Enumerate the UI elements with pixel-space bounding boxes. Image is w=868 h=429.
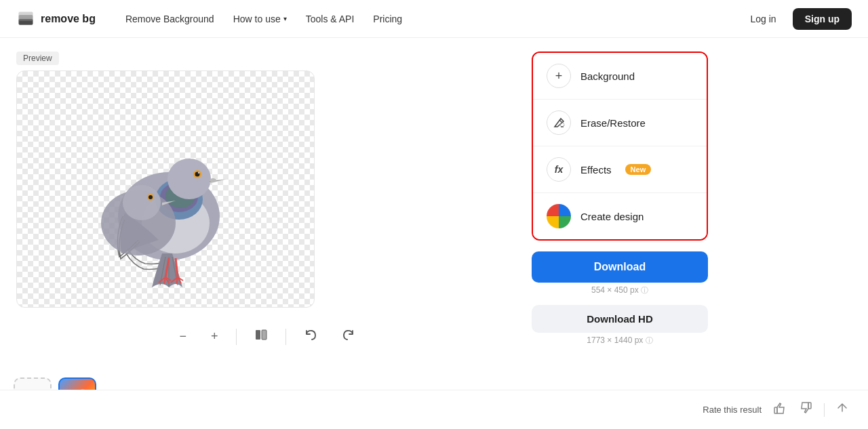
main-content: Preview [0, 38, 868, 429]
logo[interactable]: remove bg [16, 9, 96, 28]
redo-icon [342, 328, 355, 342]
rate-divider [824, 403, 825, 417]
toolbar-divider-1 [236, 329, 237, 345]
erase-restore-icon [547, 110, 571, 135]
effects-label: Effects [580, 164, 612, 176]
bottom-bar: Rate this result [0, 390, 868, 429]
create-design-label: Create design [580, 211, 644, 222]
effects-new-badge: New [625, 164, 652, 175]
effects-icon: fx [547, 157, 571, 182]
signup-button[interactable]: Sign up [793, 8, 852, 30]
nav-pricing[interactable]: Pricing [365, 9, 410, 28]
preview-label: Preview [16, 52, 518, 70]
svg-rect-23 [262, 330, 267, 340]
thumbs-down-icon [800, 401, 813, 415]
compare-button[interactable] [248, 324, 275, 349]
logo-text: remove bg [41, 13, 96, 25]
thumbs-up-icon [772, 401, 786, 415]
compare-icon [254, 328, 268, 342]
thumbs-down-button[interactable] [797, 399, 816, 421]
toolbar-divider-2 [285, 329, 286, 345]
svg-point-15 [210, 178, 216, 182]
download-hd-button[interactable]: Download HD [532, 305, 708, 333]
svg-point-11 [167, 159, 211, 199]
download-size: 554 × 450 px ⓘ [532, 285, 708, 295]
create-design-icon [547, 204, 571, 228]
sidebar: + Background Erase/Restore [532, 52, 708, 415]
redo-button[interactable] [335, 324, 362, 349]
tool-create-design[interactable]: Create design [533, 193, 707, 239]
svg-rect-2 [19, 12, 33, 16]
nav-how-to-use[interactable]: How to use ▾ [225, 9, 295, 28]
nav-links: Remove Background How to use ▾ Tools & A… [117, 9, 743, 28]
erase-restore-label: Erase/Restore [580, 117, 646, 129]
pigeon-image [64, 81, 267, 298]
nav-actions: Log in Sign up [743, 8, 852, 30]
undo-button[interactable] [297, 324, 324, 349]
preview-container: Preview [16, 52, 518, 415]
download-button[interactable]: Download [532, 251, 708, 283]
svg-rect-30 [774, 407, 777, 413]
tools-box: + Background Erase/Restore [532, 52, 708, 241]
tool-background[interactable]: + Background [533, 53, 707, 100]
info-icon: ⓘ [641, 286, 648, 294]
zoom-out-button[interactable]: − [172, 325, 193, 348]
download-hd-size: 1773 × 1440 px ⓘ [532, 335, 708, 346]
thumbs-up-button[interactable] [770, 399, 789, 421]
preview-toolbar: − + [16, 319, 518, 354]
chevron-down-icon: ▾ [283, 15, 287, 22]
share-icon [835, 401, 849, 415]
svg-rect-22 [256, 330, 260, 340]
undo-icon [304, 328, 317, 342]
rate-label: Rate this result [703, 405, 762, 415]
tool-erase-restore[interactable]: Erase/Restore [533, 100, 707, 146]
nav-tools-api[interactable]: Tools & API [298, 9, 363, 28]
svg-point-14 [198, 172, 199, 173]
svg-rect-31 [808, 403, 811, 409]
background-label: Background [580, 70, 635, 82]
navbar: remove bg Remove Background How to use ▾… [0, 0, 868, 38]
svg-point-19 [123, 185, 161, 220]
tool-effects[interactable]: fx Effects New [533, 146, 707, 193]
zoom-in-button[interactable]: + [204, 325, 225, 348]
login-button[interactable]: Log in [743, 9, 785, 28]
background-icon: + [547, 64, 571, 88]
share-button[interactable] [833, 399, 852, 421]
svg-point-21 [149, 195, 153, 199]
logo-icon [16, 9, 35, 28]
nav-remove-background[interactable]: Remove Background [117, 9, 222, 28]
info-hd-icon: ⓘ [646, 336, 653, 344]
preview-box [16, 70, 315, 308]
